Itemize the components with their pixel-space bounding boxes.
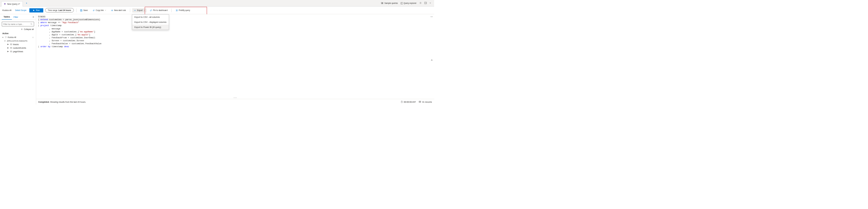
query-explorer-link[interactable]: Query explorer <box>401 2 417 4</box>
svg-rect-7 <box>424 2 427 4</box>
query-tabs-bar: New Query 1* + Sample queries Query expl… <box>0 0 434 6</box>
add-tab-button[interactable]: + <box>24 1 29 6</box>
sample-queries-link[interactable]: Sample queries <box>381 2 398 4</box>
collapse-icon <box>21 28 23 30</box>
records-icon <box>419 101 421 103</box>
expand-results-icon[interactable] <box>431 59 433 61</box>
query-tab-active[interactable]: New Query 1* <box>1 1 23 6</box>
panel-icon[interactable] <box>424 2 427 4</box>
export-dropdown: Export to CSV - all columns Export to CS… <box>132 14 169 30</box>
lightbulb-icon <box>4 3 6 5</box>
select-scope-link[interactable]: Select Scope <box>15 9 26 11</box>
svg-rect-23 <box>419 101 421 103</box>
editor-area: — traces | extend customdims = parse_jso… <box>36 14 434 104</box>
chevron-down-icon[interactable] <box>429 2 431 4</box>
query-editor[interactable]: traces | extend customdims = parse_json(… <box>36 14 434 96</box>
tree-item-customevents[interactable]: ▶ customEvents <box>1 46 34 50</box>
plus-icon <box>111 9 113 11</box>
sidebar-collapse-button[interactable]: « <box>33 16 34 19</box>
time-range-picker[interactable]: Time range : Last 24 hours <box>45 8 74 12</box>
table-icon <box>10 43 12 46</box>
settings-icon[interactable] <box>419 2 422 4</box>
tree-item-pageviews[interactable]: ▶ pageViews <box>1 50 34 53</box>
search-input[interactable] <box>3 23 31 25</box>
save-icon <box>80 9 83 11</box>
stopwatch-icon <box>401 101 403 103</box>
chevron-down-icon <box>144 9 145 11</box>
status-bar: Completed. Showing results from the last… <box>36 99 434 104</box>
explorer-icon <box>401 2 403 4</box>
svg-rect-11 <box>10 43 12 45</box>
scope-name: Kudos-AI <box>2 9 13 11</box>
results-minimize-icon[interactable]: — <box>431 15 433 18</box>
svg-rect-4 <box>401 2 403 4</box>
export-button[interactable]: Export Export to CSV - all columns Expor… <box>132 8 147 12</box>
search-icon <box>31 23 33 25</box>
run-button[interactable]: Run <box>29 8 43 12</box>
pin-icon <box>150 9 152 11</box>
svg-point-9 <box>31 23 32 24</box>
svg-rect-14 <box>10 47 12 49</box>
status-prefix: Completed <box>38 101 49 103</box>
save-button[interactable]: Save <box>79 8 89 12</box>
sidebar: Tables Filter « Collapse all Active ▼ K <box>0 14 36 104</box>
favorite-icon[interactable]: ☆ <box>32 36 34 38</box>
table-icon <box>10 51 12 53</box>
link-icon <box>93 9 95 11</box>
chevron-down-icon <box>105 9 106 11</box>
export-icon <box>134 9 136 11</box>
tree-category[interactable]: ▼ APPLICATION INSIGHTS <box>1 39 34 42</box>
status-duration: 00:00:00.697 <box>401 101 416 103</box>
export-csv-all[interactable]: Export to CSV - all columns <box>132 14 169 20</box>
play-icon <box>33 9 35 11</box>
tab-label: New Query 1* <box>7 3 20 5</box>
svg-point-6 <box>420 3 421 4</box>
export-powerbi[interactable]: Export to Power BI (M query) <box>132 25 169 30</box>
svg-rect-1 <box>382 2 383 3</box>
lightbulb-icon <box>5 36 7 38</box>
group-active: Active <box>0 31 36 35</box>
copy-link-button[interactable]: Copy link <box>91 8 107 12</box>
sidebar-search[interactable] <box>2 22 34 26</box>
tab-filter[interactable]: Filter <box>12 14 20 20</box>
collapse-all-button[interactable]: Collapse all <box>0 28 36 31</box>
tree-item-traces[interactable]: ▶ traces <box>1 42 34 46</box>
samples-icon <box>381 2 383 4</box>
tree-root[interactable]: ▼ Kudos-AI ☆ <box>1 35 34 39</box>
tab-tables[interactable]: Tables <box>2 14 12 20</box>
prettify-icon <box>176 9 178 11</box>
status-records: 31 records <box>419 101 432 103</box>
svg-rect-2 <box>382 3 383 3</box>
svg-line-10 <box>32 24 32 25</box>
status-text: . Showing results from the last 24 hours… <box>49 101 86 103</box>
svg-rect-0 <box>381 2 382 3</box>
prettify-button[interactable]: Prettify query <box>174 8 192 12</box>
table-icon <box>10 47 12 49</box>
pin-button[interactable]: Pin to dashboard <box>148 8 169 12</box>
drag-handle[interactable]: • • • <box>36 96 434 99</box>
toolbar: Kudos-AI Select Scope Run Time range : L… <box>0 6 434 14</box>
export-csv-displayed[interactable]: Export to CSV - displayed columns <box>132 20 169 25</box>
new-alert-button[interactable]: New alert rule <box>110 8 127 12</box>
svg-rect-17 <box>10 51 12 52</box>
